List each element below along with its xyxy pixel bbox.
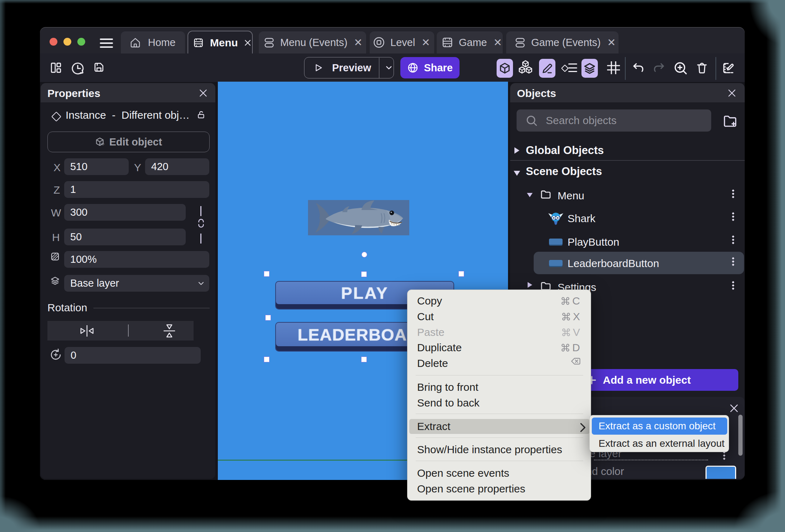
- svg-text:2D: 2D: [101, 142, 104, 146]
